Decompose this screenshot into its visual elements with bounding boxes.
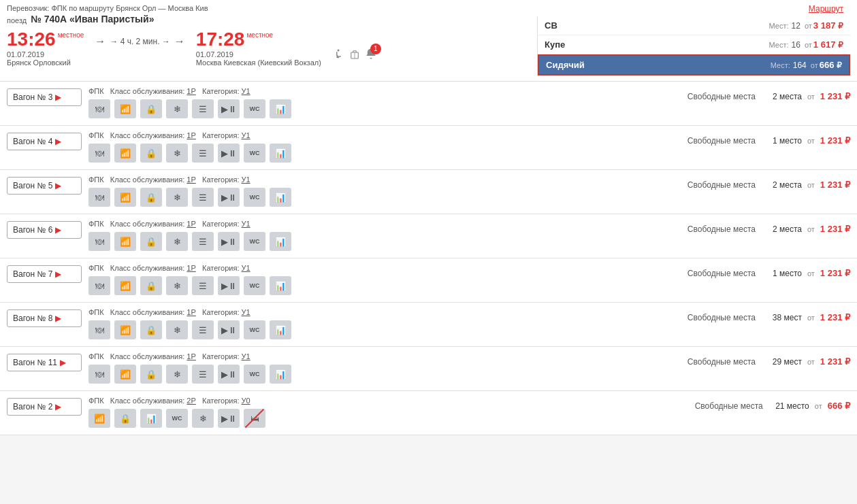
ticket-price: 666 ₽ [820,60,842,70]
carrier-line: Перевозчик: ФПК по маршруту Брянск Орл —… [7,4,523,12]
free-seats-label: Свободные места [688,92,756,101]
class-value[interactable]: 1Р [187,220,195,228]
level-icon: 📶 [114,99,136,118]
class-value[interactable]: 1Р [187,264,195,272]
from-label: от [807,137,815,145]
media-icon: ▶⏸ [218,365,240,384]
category-label: Категория: [202,397,239,405]
bar-icon: 📊 [270,99,291,118]
wagon-number: Вагон № 8 [13,314,52,323]
snow-icon: ❄ [192,409,214,428]
route-link[interactable]: Маршрут [809,4,843,14]
ticket-name: Купе [545,39,769,50]
train-number: № 740А «Иван Паристый» [31,14,154,24]
category-value[interactable]: У1 [242,175,250,184]
from-label: от [805,41,812,49]
snow-icon: ❄ [166,99,188,118]
lock-icon: 🔒 [140,365,162,384]
category-label: Категория: [202,175,239,184]
wagon-button[interactable]: Вагон № 3 ▶ [7,88,82,106]
bar-icon: 📊 [270,188,291,207]
wagon-details: ФПК Класс обслуживания: 1Р Категория: У1… [88,175,680,207]
notification-bell[interactable]: 1 [365,48,377,62]
category-value[interactable]: У1 [242,87,250,95]
class-value[interactable]: 1Р [187,175,195,184]
wagon-icons: 📶🔒📊WC❄▶⏸🛏 [88,409,680,428]
depart-local: местное [58,31,84,39]
menu-icon: ☰ [192,99,214,118]
ticket-type-св[interactable]: СВ Мест: 12 от 3 187 ₽ [538,16,850,35]
wagon-button[interactable]: Вагон № 7 ▶ [7,265,82,283]
class-value[interactable]: 1Р [187,87,195,95]
lock-icon: 🔒 [140,144,162,163]
ticket-type-купе[interactable]: Купе Мест: 16 от 1 617 ₽ [538,35,850,54]
wagon-price: 1 231 ₽ [820,268,850,278]
wagon-row: Вагон № 5 ▶ ФПК Класс обслуживания: 1Р К… [0,170,857,214]
category-value[interactable]: У0 [242,397,250,405]
right-panel: Маршрут СВ Мест: 12 от 3 187 ₽ Купе Мест… [537,4,850,75]
wagon-icons: 🍽📶🔒❄☰▶⏸WC📊 [88,320,680,339]
wagon-carrier: ФПК [88,131,104,139]
class-value[interactable]: 1Р [187,352,195,360]
wagon-carrier: ФПК [88,264,104,272]
wagon-arrow-icon: ▶ [55,137,61,146]
wagon-details: ФПК Класс обслуживания: 1Р Категория: У1… [88,264,680,295]
media-icon: ▶⏸ [218,320,240,339]
category-value[interactable]: У1 [242,352,250,360]
wagon-meta: ФПК Класс обслуживания: 2Р Категория: У0 [88,397,680,405]
wagon-price: 1 231 ₽ [820,312,850,322]
class-value[interactable]: 1Р [187,131,195,139]
wagon-carrier: ФПК [88,175,104,184]
arrive-station: Москва Киевская (Киевский Вокзал) [196,58,321,67]
wagon-button[interactable]: Вагон № 4 ▶ [7,133,82,150]
seats-label: Мест: [769,22,789,30]
class-value[interactable]: 2Р [187,397,195,405]
class-label: Класс обслуживания: [110,352,184,360]
wagon-button[interactable]: Вагон № 2 ▶ [7,398,82,416]
class-label: Класс обслуживания: [110,131,184,139]
seats-count: 164 [793,61,807,70]
wagon-button[interactable]: Вагон № 8 ▶ [7,309,82,327]
media-icon: ▶⏸ [218,188,240,207]
depart-block: 13:26 местное 01.07.2019 Брянск Орловски… [7,29,84,67]
wagon-button[interactable]: Вагон № 6 ▶ [7,221,82,239]
wagon-row: Вагон № 11 ▶ ФПК Класс обслуживания: 1Р … [0,347,857,391]
wagon-row: Вагон № 2 ▶ ФПК Класс обслуживания: 2Р К… [0,391,857,435]
category-value[interactable]: У1 [242,264,250,272]
seats-count: 2 места [761,224,802,234]
wagon-row: Вагон № 8 ▶ ФПК Класс обслуживания: 1Р К… [0,303,857,347]
wagon-button[interactable]: Вагон № 5 ▶ [7,177,82,195]
snow-icon: ❄ [166,276,188,295]
wagon-meta: ФПК Класс обслуживания: 1Р Категория: У1 [88,131,680,139]
wagons-list: Вагон № 3 ▶ ФПК Класс обслуживания: 1Р К… [0,82,857,504]
category-value[interactable]: У1 [242,220,250,228]
arrive-block: 17:28 местное 01.07.2019 Москва Киевская… [196,29,321,67]
food-icon: 🍽 [88,232,110,251]
wagon-button[interactable]: Вагон № 11 ▶ [7,354,82,371]
ticket-types-panel: СВ Мест: 12 от 3 187 ₽ Купе Мест: 16 от … [537,16,850,75]
class-value[interactable]: 1Р [187,308,195,316]
category-value[interactable]: У1 [242,308,250,316]
bar-icon: 📊 [270,232,291,251]
lock-icon: 🔒 [140,99,162,118]
free-seats-label: Свободные места [688,357,756,367]
wagon-row: Вагон № 7 ▶ ФПК Класс обслуживания: 1Р К… [0,258,857,303]
depart-date: 01.07.2019 [7,50,84,58]
wagon-icons: 🍽📶🔒❄☰▶⏸WC📊 [88,232,680,251]
from-label: от [811,61,818,69]
wagon-details: ФПК Класс обслуживания: 1Р Категория: У1… [88,131,680,163]
food-icon: 🍽 [88,144,110,163]
from-label: от [807,314,815,322]
wagon-details: ФПК Класс обслуживания: 1Р Категория: У1… [88,308,680,339]
wheelchair-icon [332,48,344,61]
category-label: Категория: [202,87,239,95]
wagon-right: Свободные места 38 мест от 1 231 ₽ [687,308,850,322]
wagon-price: 1 231 ₽ [820,135,850,146]
ticket-type-сидячий[interactable]: Сидячий Мест: 164 от 666 ₽ [538,54,850,75]
food-icon: 🍽 [88,99,110,118]
wagon-arrow-icon: ▶ [55,269,61,279]
seats-count: 29 мест [761,357,802,367]
category-value[interactable]: У1 [242,131,250,139]
wc-icon: WC [244,365,265,384]
free-seats-label: Свободные места [688,224,756,234]
